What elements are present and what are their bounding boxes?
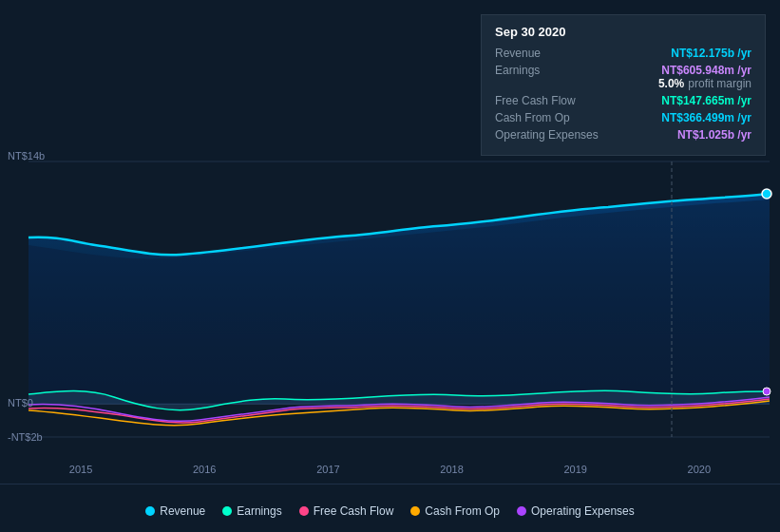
x-label-2019: 2019 [563, 464, 586, 475]
legend-item-earnings[interactable]: Earnings [222, 504, 281, 518]
legend-label-fcf: Free Cash Flow [314, 504, 394, 518]
x-label-2018: 2018 [440, 464, 463, 475]
tooltip-value-cashfromop: NT$366.499m /yr [661, 111, 751, 124]
legend-dot-fcf [299, 506, 309, 516]
tooltip-row-earnings: Earnings NT$605.948m /yr 5.0% profit mar… [495, 64, 751, 90]
svg-point-5 [763, 388, 770, 395]
tooltip-label-opex: Operating Expenses [495, 128, 618, 142]
x-label-2017: 2017 [316, 464, 339, 475]
legend-label-revenue: Revenue [160, 504, 205, 518]
legend-label-opex: Operating Expenses [531, 504, 635, 518]
legend-label-earnings: Earnings [237, 504, 281, 518]
x-label-2020: 2020 [688, 464, 711, 475]
x-label-2016: 2016 [193, 464, 216, 475]
legend-label-cashfromop: Cash From Op [425, 504, 500, 518]
y-label-neg: -NT$2b [8, 431, 43, 443]
y-label-top: NT$14b [8, 150, 45, 162]
legend-dot-opex [517, 506, 526, 516]
chart-legend: Revenue Earnings Free Cash Flow Cash Fro… [0, 504, 780, 518]
legend-dot-cashfromop [410, 506, 420, 516]
legend-item-revenue[interactable]: Revenue [145, 504, 205, 518]
chart-divider [0, 484, 780, 484]
y-label-zero: NT$0 [8, 397, 33, 408]
x-label-2015: 2015 [69, 464, 92, 475]
legend-item-cashfromop[interactable]: Cash From Op [410, 504, 500, 518]
tooltip-label-revenue: Revenue [495, 47, 618, 60]
tooltip-title: Sep 30 2020 [495, 25, 751, 39]
tooltip-row-fcf: Free Cash Flow NT$147.665m /yr [495, 94, 751, 107]
data-tooltip: Sep 30 2020 Revenue NT$12.175b /yr Earni… [481, 14, 766, 156]
tooltip-label-cashfromop: Cash From Op [495, 111, 618, 124]
svg-point-4 [762, 189, 771, 199]
tooltip-value-fcf: NT$147.665m /yr [661, 94, 751, 107]
legend-dot-revenue [145, 506, 155, 516]
tooltip-value-earnings: NT$605.948m /yr [661, 64, 751, 77]
tooltip-label-earnings: Earnings [495, 64, 618, 77]
tooltip-row-revenue: Revenue NT$12.175b /yr [495, 47, 751, 60]
tooltip-value-revenue: NT$12.175b /yr [671, 47, 751, 60]
tooltip-value-opex: NT$1.025b /yr [677, 128, 751, 142]
x-axis-labels: 2015 2016 2017 2018 2019 2020 [0, 464, 780, 475]
legend-item-fcf[interactable]: Free Cash Flow [299, 504, 394, 518]
legend-dot-earnings [222, 506, 232, 516]
tooltip-profit-margin: 5.0% profit margin [658, 77, 751, 90]
tooltip-row-opex: Operating Expenses NT$1.025b /yr [495, 128, 751, 142]
tooltip-row-cashfromop: Cash From Op NT$366.499m /yr [495, 111, 751, 124]
legend-item-opex[interactable]: Operating Expenses [517, 504, 635, 518]
tooltip-label-fcf: Free Cash Flow [495, 94, 618, 107]
